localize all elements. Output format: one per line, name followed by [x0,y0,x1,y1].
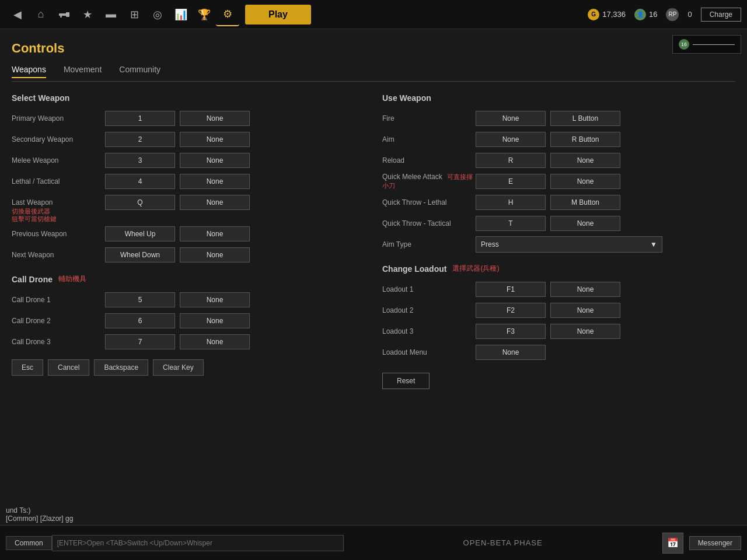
lethal-tactical-row: Lethal / Tactical 4 None [12,173,365,190]
loadout-1-row: Loadout 1 F1 None [382,281,735,298]
back-button[interactable]: ◀ [6,3,29,26]
fire-key2[interactable]: L Button [550,111,620,126]
quick-melee-key1[interactable]: E [476,174,546,189]
trophy-button[interactable]: 🏆 [193,3,216,26]
melee-weapon-label: Melee Weapon [12,156,105,164]
lethal-tactical-key1[interactable]: 4 [105,174,175,189]
loadout-3-key2[interactable]: None [550,324,620,339]
last-weapon-label: Last Weapon 切換最後武器 狙擊可當切槍鍵 [12,198,105,206]
rp-label: RP [668,11,676,18]
primary-weapon-key1[interactable]: 1 [105,111,175,126]
aim-key1[interactable]: None [476,132,546,147]
previous-weapon-key1[interactable]: Wheel Up [105,226,175,242]
loadout-1-key2[interactable]: None [550,282,620,297]
call-drone-3-key2[interactable]: None [180,334,250,349]
aim-label: Aim [382,135,476,144]
esc-button[interactable]: Esc [12,359,43,376]
quick-throw-lethal-key1[interactable]: H [476,195,546,210]
weapons-nav-button[interactable] [53,3,76,26]
call-drone-1-row: Call Drone 1 5 None [12,291,365,309]
fire-key1[interactable]: None [476,111,546,126]
quick-throw-lethal-key2[interactable]: M Button [550,195,620,210]
messenger-button[interactable]: Messenger [689,536,741,550]
chat-input[interactable] [52,535,344,551]
call-drone-1-label: Call Drone 1 [12,296,105,304]
aim-keys: None R Button [476,132,620,147]
aim-type-select[interactable]: Press ▼ [476,236,662,253]
call-drone-1-key2[interactable]: None [180,292,250,307]
shop-button[interactable]: ⊞ [123,3,146,26]
fire-row: Fire None L Button [382,110,735,127]
top-navigation: ◀ ⌂ ★ ▬ ⊞ ◎ 📊 🏆 ⚙ Play G 17,336 👤 16 RP … [0,0,747,29]
calendar-button[interactable]: 📅 [662,533,683,554]
loadout-2-row: Loadout 2 F2 None [382,302,735,319]
media-button[interactable]: ▬ [99,3,123,26]
gold-icon: G [588,9,599,20]
tab-weapons[interactable]: Weapons [12,65,46,78]
secondary-weapon-label: Secondary Weapon [12,135,105,144]
last-weapon-key1[interactable]: Q [105,195,175,210]
call-drone-title: Call Drone [12,275,53,284]
secondary-weapon-key2[interactable]: None [180,132,250,147]
call-drone-2-keys: 6 None [105,313,250,328]
quick-melee-key2[interactable]: None [550,174,620,189]
quick-melee-row: Quick Melee Attack 可直接揮小刀 E None [382,173,735,190]
next-weapon-key2[interactable]: None [180,247,250,262]
call-drone-1-key1[interactable]: 5 [105,292,175,307]
common-chat-tab[interactable]: Common [6,536,52,550]
home-button[interactable]: ⌂ [29,3,53,26]
stats-button[interactable]: 📊 [169,3,193,26]
settings-button[interactable]: ⚙ [216,3,239,26]
reset-button[interactable]: Reset [382,373,430,389]
change-loadout-title: Change Loadout [382,264,446,274]
quick-throw-tactical-key1[interactable]: T [476,216,546,231]
tab-movement[interactable]: Movement [64,65,102,78]
lethal-tactical-key2[interactable]: None [180,174,250,189]
quick-throw-lethal-row: Quick Throw - Lethal H M Button [382,194,735,211]
loadout-1-key1[interactable]: F1 [476,282,546,297]
melee-weapon-key2[interactable]: None [180,153,250,168]
loadout-3-label: Loadout 3 [382,327,476,335]
backspace-button[interactable]: Backspace [94,359,148,376]
loadout-3-key1[interactable]: F3 [476,324,546,339]
svg-rect-1 [66,12,69,17]
call-drone-2-key2[interactable]: None [180,313,250,328]
call-drone-2-key1[interactable]: 6 [105,313,175,328]
last-weapon-key2[interactable]: None [180,195,250,210]
gold-amount: 17,336 [602,10,626,19]
favorites-button[interactable]: ★ [76,3,99,26]
quick-throw-tactical-key2[interactable]: None [550,216,620,231]
svg-rect-0 [59,13,67,16]
cancel-button[interactable]: Cancel [48,359,89,376]
melee-weapon-row: Melee Weapon 3 None [12,152,365,169]
user-level: 16 [681,41,687,47]
gold-currency: G 17,336 [588,9,626,20]
ap-currency: 👤 16 [634,9,657,20]
loadout-2-keys: F2 None [476,303,620,318]
secondary-weapon-key1[interactable]: 2 [105,132,175,147]
clear-key-button[interactable]: Clear Key [153,359,204,376]
controls-layout: Select Weapon Primary Weapon 1 None Seco… [12,93,735,389]
reload-key2[interactable]: None [550,153,620,168]
call-drone-3-key1[interactable]: 7 [105,334,175,349]
charge-button[interactable]: Charge [701,8,741,22]
loadout-2-label: Loadout 2 [382,306,476,314]
tab-community[interactable]: Community [119,65,160,78]
next-weapon-key1[interactable]: Wheel Down [105,247,175,262]
globe-button[interactable]: ◎ [146,3,169,26]
user-panel: 16 —————— [672,35,741,54]
chat-log-line1: und Ts:) [6,506,73,514]
aim-row: Aim None R Button [382,131,735,148]
aim-key2[interactable]: R Button [550,132,620,147]
aim-type-dropdown-icon: ▼ [650,240,657,249]
quick-throw-lethal-label: Quick Throw - Lethal [382,198,476,206]
previous-weapon-key2[interactable]: None [180,226,250,242]
play-button[interactable]: Play [245,5,311,24]
loadout-menu-key1[interactable]: None [476,345,546,360]
melee-weapon-key1[interactable]: 3 [105,153,175,168]
reload-key1[interactable]: R [476,153,546,168]
loadout-2-key1[interactable]: F2 [476,303,546,318]
call-drone-2-label: Call Drone 2 [12,317,105,325]
loadout-2-key2[interactable]: None [550,303,620,318]
primary-weapon-key2[interactable]: None [180,111,250,126]
